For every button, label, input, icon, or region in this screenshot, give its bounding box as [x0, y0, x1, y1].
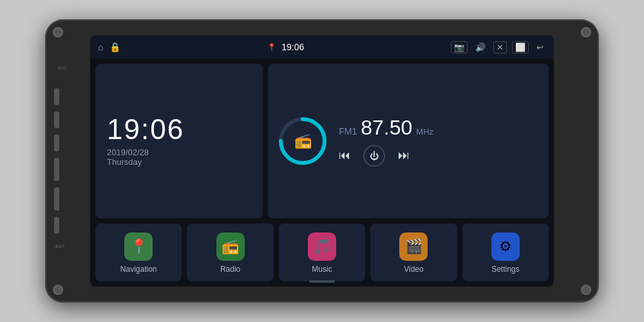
navigation-icon: 📍: [130, 238, 147, 255]
screw-tl: [53, 27, 63, 37]
prev-track-button[interactable]: ⏮: [339, 149, 350, 162]
radio-icon-wrap: 📻: [216, 232, 245, 261]
vol-up-button[interactable]: [54, 158, 59, 181]
bottom-indicator: [309, 280, 335, 283]
clock-widget: 19:06 2019/02/28 Thursday: [95, 64, 263, 218]
clock-day: Thursday: [107, 157, 142, 167]
ant-label: ANT: [55, 244, 66, 249]
camera-icon[interactable]: 📷: [451, 41, 468, 53]
back-nav-icon[interactable]: ↩: [534, 42, 546, 53]
settings-icon: ⚙: [499, 238, 512, 255]
radio-frequency: 87.50: [361, 116, 412, 140]
clock-date-value: 2019/02/28: [107, 147, 149, 157]
settings-label: Settings: [491, 265, 519, 274]
radio-label: Radio: [220, 265, 240, 274]
screw-br: [581, 285, 591, 295]
radio-icon: 📻: [294, 133, 312, 149]
app-settings[interactable]: ⚙ Settings: [462, 223, 549, 281]
status-right: 📷 🔊 ✕ ⬜ ↩: [451, 41, 546, 53]
back-button[interactable]: [54, 135, 59, 151]
side-buttons: [54, 88, 59, 234]
car-unit: MIC ANT ⌂ 🔒 📍 19:06 📷 🔊 ✕ ⬜ ↩: [45, 19, 599, 303]
music-label: Music: [312, 265, 332, 274]
app-navigation[interactable]: 📍 Navigation: [95, 223, 182, 281]
video-icon: 🎬: [405, 238, 422, 255]
window-icon[interactable]: ⬜: [512, 41, 529, 53]
vol-down-button[interactable]: [54, 187, 59, 211]
radio-circle: 📻: [277, 115, 328, 167]
app-video[interactable]: 🎬 Video: [370, 223, 457, 281]
navigation-icon-wrap: 📍: [124, 232, 153, 261]
radio-power-button[interactable]: ⏻: [363, 145, 385, 167]
radio-freq-row: FM1 87.50 MHz: [339, 116, 540, 140]
screw-bl: [53, 285, 63, 295]
radio-unit: MHz: [416, 127, 433, 137]
app-grid: 📍 Navigation 📻 Radio 🎵 Music: [95, 223, 549, 281]
clock-date: 2019/02/28 Thursday: [107, 147, 251, 167]
app-music[interactable]: 🎵 Music: [279, 223, 365, 281]
next-track-button[interactable]: ⏭: [398, 149, 410, 162]
home-status-icon[interactable]: ⌂: [98, 42, 103, 52]
video-icon-wrap: 🎬: [399, 232, 428, 261]
screen: ⌂ 🔒 📍 19:06 📷 🔊 ✕ ⬜ ↩ 19:06: [90, 35, 554, 287]
ant-button[interactable]: [54, 217, 59, 234]
radio-info: FM1 87.50 MHz ⏮ ⏻ ⏭: [339, 116, 540, 167]
lock-status-icon: 🔒: [109, 42, 120, 52]
radio-app-icon: 📻: [222, 238, 239, 255]
mute-icon[interactable]: ✕: [493, 41, 507, 53]
music-icon: 🎵: [314, 238, 331, 255]
main-content: 19:06 2019/02/28 Thursday: [90, 59, 554, 287]
screw-tr: [581, 27, 591, 37]
radio-controls: ⏮ ⏻ ⏭: [339, 145, 540, 167]
top-section: 19:06 2019/02/28 Thursday: [95, 64, 549, 218]
radio-widget: 📻 FM1 87.50 MHz ⏮ ⏻ ⏭: [268, 64, 549, 218]
status-time: 19:06: [281, 42, 304, 52]
settings-icon-wrap: ⚙: [491, 232, 520, 261]
status-center: 📍 19:06: [267, 42, 304, 52]
home-button[interactable]: [54, 111, 59, 128]
app-radio[interactable]: 📻 Radio: [187, 223, 273, 281]
status-bar: ⌂ 🔒 📍 19:06 📷 🔊 ✕ ⬜ ↩: [90, 35, 554, 59]
music-icon-wrap: 🎵: [308, 232, 336, 261]
clock-time: 19:06: [107, 115, 251, 144]
navigation-label: Navigation: [120, 265, 157, 274]
status-left: ⌂ 🔒: [98, 42, 120, 52]
mic-label: MIC: [58, 66, 67, 70]
power-button[interactable]: [54, 88, 59, 105]
video-label: Video: [404, 265, 423, 274]
volume-icon[interactable]: 🔊: [473, 42, 488, 53]
location-icon: 📍: [267, 43, 276, 52]
radio-band: FM1: [339, 126, 357, 137]
